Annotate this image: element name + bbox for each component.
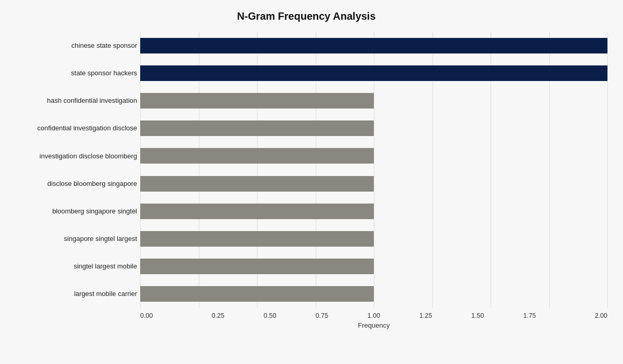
bar: [140, 176, 374, 192]
x-axis-label: Frequency: [140, 321, 607, 329]
bar-row: [140, 173, 607, 195]
bar: [140, 286, 374, 302]
y-label: investigation disclose bloomberg: [5, 152, 137, 160]
bars-container: [140, 32, 607, 308]
x-axis: 0.000.250.500.751.001.251.501.752.00 Fre…: [140, 312, 607, 333]
bar: [140, 38, 607, 53]
bar-row: [140, 200, 607, 222]
bar: [140, 148, 374, 164]
chart-title: N-Gram Frequency Analysis: [5, 10, 607, 22]
y-label: bloomberg singapore singtel: [5, 207, 137, 215]
y-label: hash confidential investigation: [5, 97, 137, 105]
y-label: disclose bloomberg singapore: [5, 180, 137, 188]
x-tick: 1.75: [504, 312, 556, 319]
plot-area: [140, 32, 607, 308]
y-axis: chinese state sponsorstate sponsor hacke…: [5, 32, 140, 308]
grid-line: [607, 32, 608, 308]
bar: [140, 65, 607, 81]
bar-row: [140, 255, 607, 277]
y-label: singtel largest mobile: [5, 262, 137, 271]
bar-row: [140, 35, 607, 57]
bar: [140, 204, 374, 219]
y-label: chinese state sponsor: [5, 42, 137, 50]
bar-row: [140, 228, 607, 250]
bar: [140, 231, 374, 247]
y-label: largest mobile carrier: [5, 290, 137, 298]
bar: [140, 120, 374, 136]
x-tick: 1.50: [452, 312, 504, 319]
bar-row: [140, 117, 607, 139]
y-label: confidential investigation disclose: [5, 124, 137, 132]
x-tick: 0.75: [296, 312, 348, 319]
x-tick: 0.50: [244, 312, 296, 319]
y-label: singapore singtel largest: [5, 235, 137, 243]
x-tick: 0.00: [140, 312, 192, 319]
y-label: state sponsor hackers: [5, 69, 137, 77]
x-tick: 0.25: [192, 312, 244, 319]
bar: [140, 259, 374, 274]
x-tick: 2.00: [556, 312, 607, 319]
bar-row: [140, 283, 607, 305]
x-tick: 1.25: [400, 312, 452, 319]
chart-container: N-Gram Frequency Analysis chinese state …: [0, 0, 623, 364]
bar: [140, 93, 374, 109]
x-tick: 1.00: [348, 312, 400, 319]
bar-row: [140, 145, 607, 167]
bar-row: [140, 90, 607, 112]
bar-row: [140, 62, 607, 84]
x-ticks: 0.000.250.500.751.001.251.501.752.00: [140, 312, 607, 319]
